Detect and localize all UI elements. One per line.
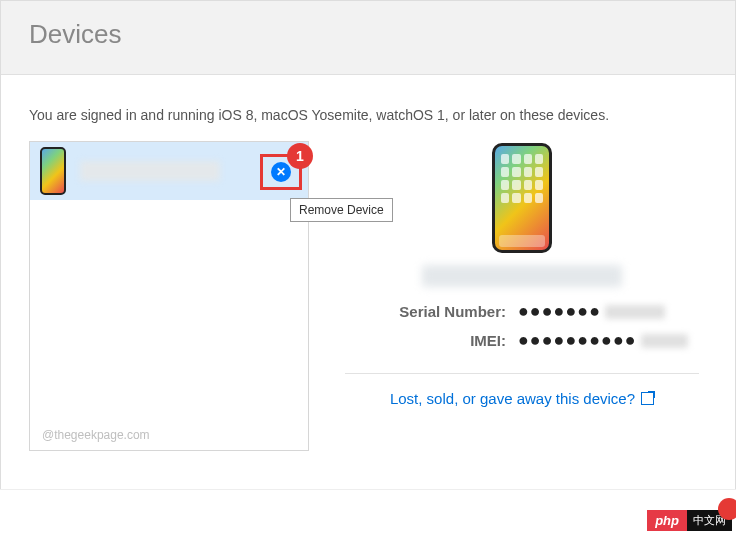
device-list: ✕ 1 Remove Device @thegeekpage.com xyxy=(29,141,309,451)
serial-row: Serial Number: ●●●●●●● xyxy=(337,301,707,322)
imei-row: IMEI: ●●●●●●●●●● xyxy=(337,330,707,351)
panel-row: ✕ 1 Remove Device @thegeekpage.com xyxy=(29,141,707,451)
remove-device-button[interactable]: ✕ xyxy=(271,162,291,182)
close-icon: ✕ xyxy=(276,165,286,179)
remove-device-tooltip: Remove Device xyxy=(290,198,393,222)
footer-brand-badge: php 中文网 xyxy=(647,510,732,531)
lost-device-link-text: Lost, sold, or gave away this device? xyxy=(390,390,635,407)
device-details-panel: Serial Number: ●●●●●●● IMEI: ●●●●●●●●●● … xyxy=(337,141,707,408)
page-title: Devices xyxy=(29,19,707,50)
serial-label: Serial Number: xyxy=(356,303,506,320)
content-area: You are signed in and running iOS 8, mac… xyxy=(1,75,735,461)
device-name-label xyxy=(80,161,220,181)
footer-bar: php 中文网 xyxy=(0,489,736,547)
annotation-badge-2 xyxy=(718,498,736,520)
serial-value: ●●●●●●● xyxy=(518,301,688,322)
imei-label: IMEI: xyxy=(356,332,506,349)
annotation-highlight-box: ✕ 1 xyxy=(260,154,302,190)
external-link-icon xyxy=(641,392,654,405)
divider xyxy=(345,373,699,374)
intro-text: You are signed in and running iOS 8, mac… xyxy=(29,107,707,123)
imei-value: ●●●●●●●●●● xyxy=(518,330,688,351)
device-thumbnail-icon xyxy=(40,147,66,195)
annotation-badge-1: 1 xyxy=(287,143,313,169)
device-large-icon xyxy=(492,143,552,253)
device-title xyxy=(422,265,622,287)
watermark-text: @thegeekpage.com xyxy=(42,428,150,442)
device-list-item[interactable]: ✕ 1 xyxy=(30,142,308,200)
lost-device-link[interactable]: Lost, sold, or gave away this device? xyxy=(390,390,654,407)
footer-brand-php: php xyxy=(647,510,687,531)
header-bar: Devices xyxy=(1,1,735,75)
